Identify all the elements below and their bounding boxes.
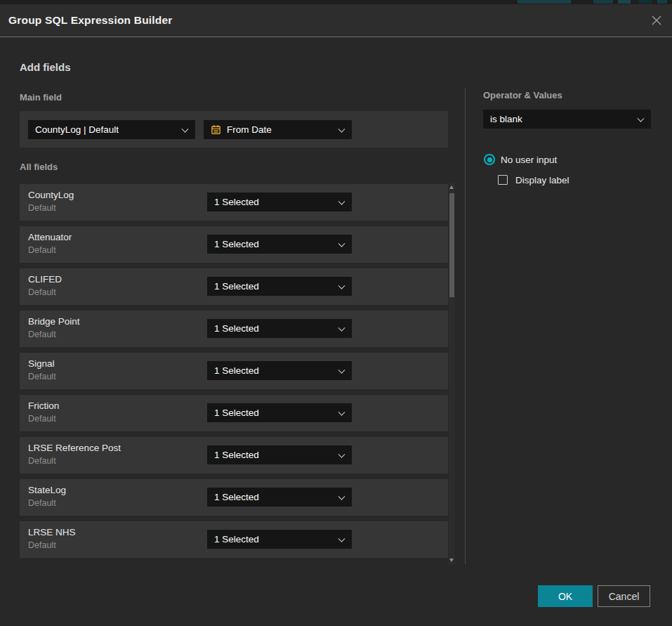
no-user-input-radio[interactable] <box>484 154 495 165</box>
scrollbar-thumb[interactable] <box>449 193 454 297</box>
field-selected-dropdown[interactable]: 1 Selected <box>207 403 352 422</box>
cancel-button[interactable]: Cancel <box>598 585 650 607</box>
field-row: CountyLog Default 1 Selected <box>20 184 448 221</box>
field-row: Signal Default 1 Selected <box>20 353 448 389</box>
field-selected-value: 1 Selected <box>214 197 259 207</box>
field-name: StateLog <box>28 485 66 495</box>
chevron-down-icon <box>338 535 345 542</box>
dialog-header: Group SQL Expression Builder <box>0 4 672 37</box>
operator-values-label: Operator & Values <box>483 90 562 100</box>
scrollbar-up-arrow-icon[interactable] <box>449 185 454 189</box>
chevron-down-icon <box>338 197 345 204</box>
background-app-toolbar-segment <box>518 0 571 4</box>
chevron-down-icon <box>338 125 345 132</box>
field-subtitle: Default <box>28 540 56 550</box>
chevron-down-icon <box>638 115 645 122</box>
field-selected-value: 1 Selected <box>214 281 259 292</box>
background-app-toolbar-segment <box>657 0 667 4</box>
field-subtitle: Default <box>28 456 56 466</box>
field-selected-value: 1 Selected <box>214 239 259 249</box>
chevron-down-icon <box>338 366 345 373</box>
chevron-down-icon <box>338 240 345 247</box>
ok-button[interactable]: OK <box>538 585 593 607</box>
list-scrollbar[interactable] <box>449 183 455 564</box>
chevron-down-icon <box>182 125 189 132</box>
field-selected-value: 1 Selected <box>214 407 259 418</box>
operator-dropdown[interactable]: is blank <box>483 110 651 129</box>
background-app-toolbar-segment <box>639 0 652 4</box>
field-subtitle: Default <box>28 287 56 297</box>
chevron-down-icon <box>338 450 345 457</box>
main-field-source-dropdown[interactable]: CountyLog | Default <box>28 120 195 139</box>
operator-value: is blank <box>490 114 522 124</box>
field-name: CLIFED <box>28 274 62 285</box>
field-selected-dropdown[interactable]: 1 Selected <box>207 488 352 507</box>
field-row: Friction Default 1 Selected <box>20 395 448 431</box>
main-field-field-dropdown[interactable]: From Date <box>204 120 352 139</box>
display-label-label: Display label <box>515 175 569 185</box>
main-field-field-value: From Date <box>227 124 272 135</box>
field-row: LRSE NHS Default 1 Selected <box>20 521 448 558</box>
add-fields-heading: Add fields <box>20 61 71 73</box>
field-subtitle: Default <box>28 498 56 508</box>
field-row: LRSE Reference Post Default 1 Selected <box>20 437 448 474</box>
field-selected-dropdown[interactable]: 1 Selected <box>207 193 352 211</box>
field-selected-dropdown[interactable]: 1 Selected <box>207 530 352 549</box>
field-name: Signal <box>28 358 55 369</box>
field-row: CLIFED Default 1 Selected <box>20 268 448 305</box>
all-fields-label: All fields <box>20 162 58 172</box>
field-selected-value: 1 Selected <box>214 534 259 545</box>
field-name: Attenuator <box>28 232 72 242</box>
main-field-panel: CountyLog | Default From Date <box>20 111 448 148</box>
field-subtitle: Default <box>28 330 56 339</box>
field-selected-dropdown[interactable]: 1 Selected <box>207 445 352 464</box>
panel-divider <box>465 88 466 564</box>
background-app-toolbar-segment <box>618 0 631 4</box>
main-field-source-value: CountyLog | Default <box>35 124 119 135</box>
field-name: Friction <box>28 400 59 411</box>
field-subtitle: Default <box>28 245 56 255</box>
background-app-toolbar-segment <box>593 0 613 4</box>
field-subtitle: Default <box>28 414 56 424</box>
close-icon[interactable] <box>650 14 663 27</box>
field-name: LRSE NHS <box>28 527 76 537</box>
chevron-down-icon <box>338 324 345 331</box>
field-subtitle: Default <box>28 372 56 382</box>
main-field-label: Main field <box>20 92 62 103</box>
field-name: LRSE Reference Post <box>28 443 121 453</box>
calendar-date-icon <box>211 124 221 135</box>
field-name: CountyLog <box>28 190 74 200</box>
field-selected-value: 1 Selected <box>214 450 259 460</box>
field-selected-dropdown[interactable]: 1 Selected <box>207 319 352 338</box>
no-user-input-label: No user input <box>501 155 557 165</box>
field-row: Attenuator Default 1 Selected <box>20 226 448 263</box>
scrollbar-down-arrow-icon[interactable] <box>449 559 454 562</box>
field-name: Bridge Point <box>28 316 80 327</box>
dialog-title: Group SQL Expression Builder <box>8 14 173 27</box>
field-subtitle: Default <box>28 203 56 213</box>
display-label-checkbox[interactable] <box>498 175 508 185</box>
field-selected-dropdown[interactable]: 1 Selected <box>207 277 352 296</box>
field-selected-dropdown[interactable]: 1 Selected <box>207 235 352 254</box>
chevron-down-icon <box>338 282 345 289</box>
field-row: Bridge Point Default 1 Selected <box>20 311 448 347</box>
field-selected-dropdown[interactable]: 1 Selected <box>207 361 352 380</box>
field-selected-value: 1 Selected <box>214 365 259 376</box>
field-selected-value: 1 Selected <box>214 323 259 334</box>
field-selected-value: 1 Selected <box>214 492 259 502</box>
chevron-down-icon <box>338 493 345 500</box>
chevron-down-icon <box>338 408 345 415</box>
field-row: StateLog Default 1 Selected <box>20 479 448 516</box>
